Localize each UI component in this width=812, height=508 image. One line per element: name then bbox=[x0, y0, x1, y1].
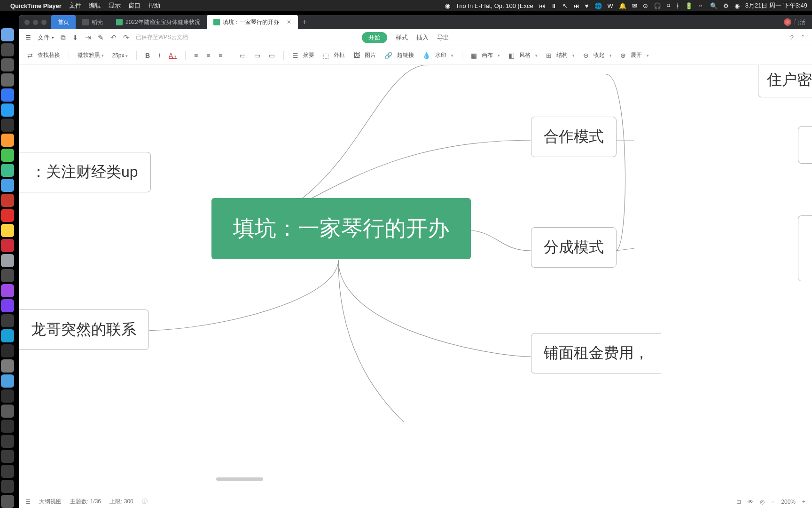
tab-start[interactable]: 开始 bbox=[362, 32, 387, 43]
dock-app-19[interactable] bbox=[1, 314, 14, 327]
dock-app-22[interactable] bbox=[1, 359, 14, 373]
node-right-4[interactable]: 铺面租金费用， bbox=[531, 333, 661, 373]
font-family-select[interactable]: 微软雅黑 bbox=[78, 51, 104, 59]
dock-app-20[interactable] bbox=[1, 329, 14, 342]
info-icon[interactable]: ⓘ bbox=[142, 498, 148, 506]
redo-icon[interactable]: ↷ bbox=[123, 33, 129, 42]
font-size-select[interactable]: 25px bbox=[112, 52, 128, 59]
file-menu[interactable]: 文件 ▾ bbox=[38, 33, 54, 42]
menu-view[interactable]: 显示 bbox=[109, 1, 121, 10]
align-center-icon[interactable]: ≡ bbox=[206, 52, 210, 59]
prev-track-icon[interactable]: ⏮ bbox=[539, 2, 545, 9]
dock-app-28[interactable] bbox=[1, 450, 14, 463]
node-add1-icon[interactable]: ▭ bbox=[240, 52, 246, 59]
node-stub-2[interactable] bbox=[798, 215, 812, 281]
import-icon[interactable]: ⇥ bbox=[85, 33, 91, 42]
menu-file[interactable]: 文件 bbox=[69, 1, 81, 10]
target-icon[interactable]: ◎ bbox=[760, 499, 765, 505]
headphones-icon[interactable]: 🎧 bbox=[654, 2, 661, 9]
node-stub-1[interactable] bbox=[798, 126, 812, 164]
menu-window[interactable]: 窗口 bbox=[128, 1, 141, 10]
dock-app-0[interactable] bbox=[1, 28, 14, 41]
collapse-ribbon-icon[interactable]: ⌃ bbox=[800, 34, 805, 41]
structure-button[interactable]: ⊞结构 bbox=[546, 51, 575, 59]
tab-doc1[interactable]: 2022年陆渔宝宝身体健康状况 bbox=[109, 15, 207, 29]
align-left-icon[interactable]: ≡ bbox=[194, 52, 198, 59]
screenshot-icon[interactable]: ⊡ bbox=[736, 499, 741, 505]
app-name[interactable]: QuickTime Player bbox=[10, 2, 62, 9]
zoom-out-button[interactable]: − bbox=[771, 499, 774, 505]
tab-docer[interactable]: 稻壳 bbox=[76, 15, 109, 29]
box-w-icon[interactable]: W bbox=[608, 2, 613, 9]
add-tab-button[interactable]: + bbox=[303, 18, 307, 26]
macos-dock[interactable] bbox=[1, 28, 16, 508]
copy-icon[interactable]: ⧉ bbox=[61, 33, 66, 42]
undo-icon[interactable]: ↶ bbox=[110, 33, 117, 42]
close-tab-icon[interactable]: ✕ bbox=[287, 19, 291, 25]
center-node[interactable]: 填坑：一家琴行的开办 bbox=[211, 198, 471, 259]
collapse-button[interactable]: ⊖收起 bbox=[583, 51, 612, 59]
menu-help[interactable]: 帮助 bbox=[148, 1, 160, 10]
tab-home[interactable]: 首页 bbox=[51, 15, 76, 29]
now-playing[interactable]: Trio In E-Flat, Op. 100 (Exce bbox=[456, 2, 533, 9]
siri-icon[interactable]: ◉ bbox=[734, 2, 740, 9]
border-button[interactable]: ⬚外框 bbox=[323, 51, 345, 59]
node-right-3[interactable]: 分成模式 bbox=[531, 227, 617, 268]
wifi-icon[interactable]: ᯤ bbox=[698, 2, 704, 9]
dock-app-9[interactable] bbox=[1, 164, 14, 177]
dock-app-27[interactable] bbox=[1, 435, 14, 448]
tab-insert[interactable]: 插入 bbox=[416, 33, 429, 42]
hamburger-icon[interactable]: ☰ bbox=[25, 34, 31, 41]
dock-app-25[interactable] bbox=[1, 405, 14, 418]
horizontal-scrollbar[interactable] bbox=[216, 477, 263, 481]
dock-app-15[interactable] bbox=[1, 254, 14, 267]
globe-icon[interactable]: 🌐 bbox=[594, 2, 602, 9]
tab-doc2-active[interactable]: 填坑：一家琴行的开办✕ bbox=[207, 15, 298, 29]
tab-export[interactable]: 导出 bbox=[437, 33, 449, 42]
dock-app-18[interactable] bbox=[1, 299, 14, 312]
dock-app-26[interactable] bbox=[1, 420, 14, 433]
hyperlink-button[interactable]: 🔗超链接 bbox=[384, 51, 414, 59]
dock-app-1[interactable] bbox=[1, 43, 14, 56]
grid-icon[interactable]: ⌗ bbox=[667, 2, 670, 9]
mindmap-canvas[interactable]: ：关注财经类up 龙哥突然的联系 填坑：一家琴行的开办 住户密 合作模式 分成模… bbox=[19, 65, 812, 495]
node-left-2[interactable]: 龙哥突然的联系 bbox=[19, 310, 149, 350]
dock-app-23[interactable] bbox=[1, 374, 14, 388]
font-color-button[interactable]: A bbox=[169, 52, 177, 59]
battery-icon[interactable]: 🔋 bbox=[685, 2, 693, 9]
node-right-2[interactable]: 合作模式 bbox=[531, 117, 617, 157]
dock-app-8[interactable] bbox=[1, 149, 14, 162]
dock-app-2[interactable] bbox=[1, 58, 14, 71]
node-add2-icon[interactable]: ▭ bbox=[254, 52, 260, 59]
search-icon[interactable]: 🔍 bbox=[710, 2, 718, 9]
dock-app-30[interactable] bbox=[1, 480, 14, 493]
style-button[interactable]: ◧风格 bbox=[508, 51, 538, 59]
node-add3-icon[interactable]: ▭ bbox=[269, 52, 275, 59]
heart-icon[interactable]: ♥ bbox=[585, 2, 589, 9]
brush-icon[interactable]: ✎ bbox=[98, 33, 104, 42]
zoom-level[interactable]: 200% bbox=[781, 499, 796, 505]
help-icon[interactable]: ? bbox=[790, 34, 794, 41]
menu-edit[interactable]: 编辑 bbox=[89, 1, 101, 10]
node-right-1-partial[interactable]: 住户密 bbox=[758, 65, 812, 97]
next-track-icon[interactable]: ⏭ bbox=[573, 2, 579, 9]
dock-app-11[interactable] bbox=[1, 194, 14, 207]
bold-button[interactable]: B bbox=[145, 52, 150, 59]
outline-button[interactable]: ☰摘要 bbox=[292, 51, 314, 59]
zoom-in-button[interactable]: + bbox=[802, 499, 805, 505]
control-center-icon[interactable]: ⚙ bbox=[723, 2, 729, 9]
download-icon[interactable]: ⬇ bbox=[72, 33, 78, 42]
wechat-tray-icon[interactable]: ✉ bbox=[632, 2, 637, 9]
expand-button[interactable]: ⊕展开 bbox=[620, 51, 649, 59]
align-right-icon[interactable]: ≡ bbox=[219, 52, 222, 59]
node-left-1[interactable]: ：关注财经类up bbox=[19, 152, 151, 192]
dock-app-17[interactable] bbox=[1, 284, 14, 297]
dock-app-13[interactable] bbox=[1, 224, 14, 237]
clock[interactable]: 3月21日 周一 下午3:49 bbox=[745, 1, 807, 10]
dock-app-7[interactable] bbox=[1, 134, 14, 147]
dock-app-14[interactable] bbox=[1, 239, 14, 252]
eye-icon[interactable]: 👁 bbox=[748, 499, 753, 505]
bell-icon[interactable]: 🔔 bbox=[619, 2, 626, 9]
dock-app-5[interactable] bbox=[1, 103, 14, 117]
italic-button[interactable]: I bbox=[158, 52, 160, 59]
